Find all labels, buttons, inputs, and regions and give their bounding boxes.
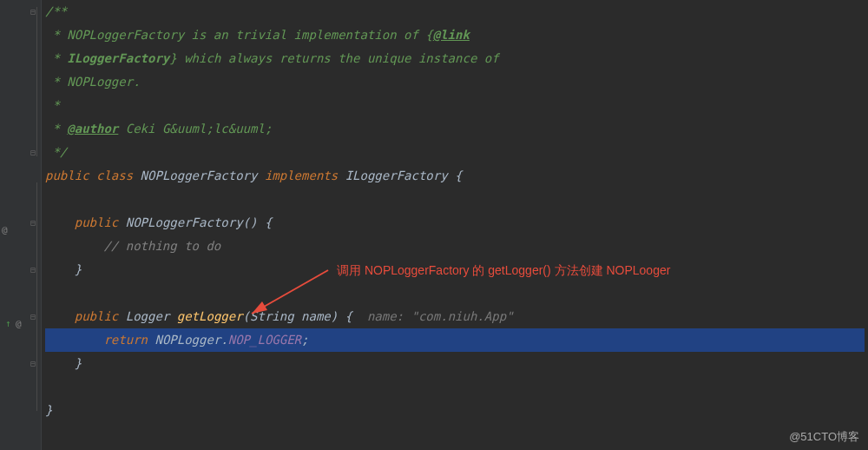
keyword-public: public [75,309,119,323]
gutter-marker-diff: ↑ [5,318,11,329]
brace: { [448,169,463,182]
doc-author-tag: @author [67,122,118,136]
svg-marker-1 [252,301,267,314]
fold-close-icon[interactable]: ⊟ [30,352,39,375]
doc-text: * NOPLogger. [45,75,141,89]
doc-open: /** [45,4,67,18]
class-name: NOPLoggerFactory [141,169,258,182]
fold-icons: ⊟ ⊟ ⊟ ⊟ ⊟ ⊟ [30,0,39,422]
static-field: NOP_LOGGER [228,333,301,347]
fold-open-icon[interactable]: ⊟ [30,305,39,328]
code-editor: @ ↑ @ ⊟ ⊟ ⊟ ⊟ ⊟ ⊟ /** * NOPLoggerFactory… [0,0,868,450]
code-content[interactable]: /** * NOPLoggerFactory is an trivial imp… [42,0,868,450]
keyword-public: public [75,215,119,229]
fold-close-icon[interactable]: ⊟ [30,258,39,281]
params: () { [243,215,273,229]
fold-close-icon[interactable]: ⊟ [30,141,39,164]
doc-text: * [45,51,67,65]
return-object: NOPLogger. [155,333,227,347]
comment: // nothing to do [103,239,220,253]
semicolon: ; [301,333,308,347]
brace: } [45,403,52,417]
keyword-class: class [96,169,133,182]
arrow-icon [241,263,337,324]
doc-link-tag: @link [433,28,470,42]
param-hint-value: "com.niuh.App" [411,309,514,323]
doc-text: * [45,122,67,136]
doc-text: * [45,28,67,42]
brace: } [75,262,82,276]
keyword-implements: implements [265,169,338,182]
doc-text: Ceki G&uuml;lc&uuml; [118,122,272,136]
fold-open-icon[interactable]: ⊟ [30,0,39,23]
doc-close: */ [45,145,67,159]
doc-text: * [45,98,60,112]
doc-text: NOPLoggerFactory is an trivial implement… [67,28,432,42]
watermark: @51CTO博客 [789,429,859,445]
constructor-name: NOPLoggerFactory [126,215,243,229]
keyword-return: return [103,333,148,347]
doc-text: } which always returns the unique instan… [169,51,498,65]
fold-open-icon[interactable]: ⊟ [30,211,39,235]
interface-name: ILoggerFactory [345,169,448,182]
annotation-text: 调用 NOPLoggerFactory 的 getLogger() 方法创建 N… [337,263,670,279]
gutter: @ ↑ @ ⊟ ⊟ ⊟ ⊟ ⊟ ⊟ [0,0,42,450]
method-name: getLogger [177,309,243,323]
brace: } [75,356,82,370]
keyword-public: public [45,169,89,182]
doc-classname: ILoggerFactory [67,51,169,65]
param-hint-label: name: [367,309,404,323]
gutter-marker-at: @ [2,224,8,235]
gutter-marker-at2: @ [16,318,22,329]
return-type: Logger [126,309,170,323]
